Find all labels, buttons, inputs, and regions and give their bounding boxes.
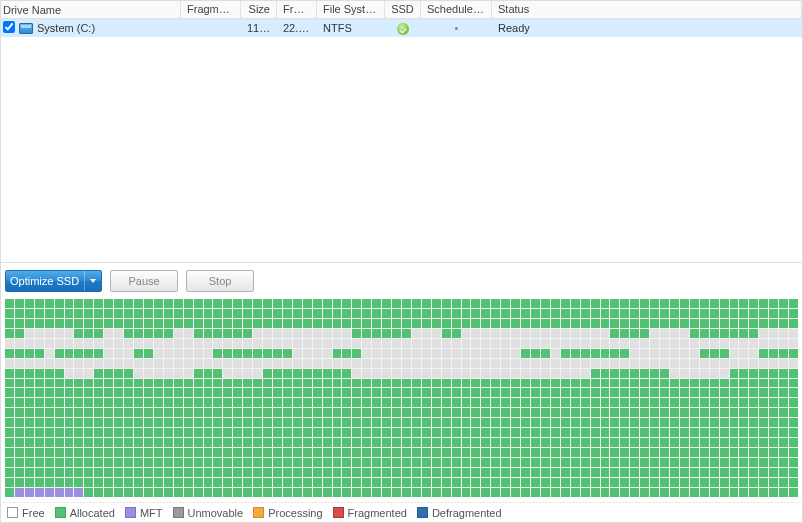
cluster-cell [114,299,123,308]
col-free-space[interactable]: Free S... [277,1,317,19]
cluster-cell [45,458,54,467]
cluster-cell [630,379,639,388]
cluster-cell [571,319,580,328]
cluster-cell [213,428,222,437]
cluster-cell [759,458,768,467]
cluster-cell [452,408,461,417]
cluster-cell [720,408,729,417]
cluster-cell [749,299,758,308]
cluster-cell [45,448,54,457]
cluster-cell [144,398,153,407]
cluster-cell [5,398,14,407]
drive-checkbox[interactable] [3,21,15,33]
cluster-cell [313,388,322,397]
cluster-cell [739,398,748,407]
cluster-cell [35,458,44,467]
cluster-cell [591,478,600,487]
col-file-system[interactable]: File System [317,1,385,19]
cluster-cell [303,329,312,338]
cluster-cell [313,438,322,447]
cluster-cell [164,408,173,417]
cluster-cell [730,428,739,437]
cluster-cell [104,309,113,318]
cluster-cell [213,299,222,308]
cluster-cell [769,309,778,318]
cluster-cell [154,488,163,497]
col-drive-name[interactable]: Drive Name [1,1,181,19]
cluster-cell [551,329,560,338]
cluster-cell [323,359,332,368]
cluster-cell [5,408,14,417]
col-status[interactable]: Status [492,1,802,19]
cluster-cell [591,329,600,338]
cluster-cell [680,458,689,467]
cluster-cell [521,359,530,368]
cluster-cell [432,379,441,388]
chevron-down-icon[interactable] [84,271,101,291]
cluster-cell [650,339,659,348]
cluster-cell [640,418,649,427]
cluster-cell [313,448,322,457]
cluster-cell [293,369,302,378]
cluster-cell [223,379,232,388]
cluster-cell [491,319,500,328]
cluster-cell [45,309,54,318]
optimize-ssd-button[interactable]: Optimize SSD [5,270,102,292]
col-size[interactable]: Size [241,1,277,19]
pause-button[interactable]: Pause [110,270,178,292]
cluster-cell [571,468,580,477]
cluster-cell [382,418,391,427]
cluster-cell [84,488,93,497]
cluster-cell [323,299,332,308]
cluster-cell [402,329,411,338]
cluster-cell [213,478,222,487]
cluster-cell [759,319,768,328]
cluster-cell [323,309,332,318]
cluster-cell [352,309,361,318]
cluster-cell [223,448,232,457]
cluster-cell [303,319,312,328]
cluster-cell [15,369,24,378]
cluster-cell [581,359,590,368]
cluster-cell [263,438,272,447]
cluster-cell [84,359,93,368]
table-row[interactable]: System (C:) 111.2... 22.17 ... NTFS • Re… [1,19,802,37]
swatch-free [7,507,18,518]
cluster-cell [55,408,64,417]
stop-button[interactable]: Stop [186,270,254,292]
cluster-cell [720,488,729,497]
cluster-cell [442,299,451,308]
col-ssd[interactable]: SSD [385,1,421,19]
cluster-cell [5,448,14,457]
cluster-cell [263,349,272,358]
cluster-cell [690,478,699,487]
cluster-cell [630,428,639,437]
col-scheduled[interactable]: Scheduled ... [421,1,492,19]
cluster-cell [392,478,401,487]
cluster-cell [283,398,292,407]
cluster-cell [283,428,292,437]
cluster-cell [769,458,778,467]
cluster-cell [94,488,103,497]
cluster-cell [511,349,520,358]
cluster-cell [412,428,421,437]
cluster-cell [521,418,530,427]
cluster-cell [491,488,500,497]
cluster-cell [571,458,580,467]
col-fragmented[interactable]: Fragmented [181,1,241,19]
cluster-cell [144,319,153,328]
cluster-cell [481,468,490,477]
drive-size: 111.2... [241,22,277,34]
cluster-cell [650,319,659,328]
cluster-cell [541,299,550,308]
cluster-cell [700,448,709,457]
cluster-cell [273,448,282,457]
cluster-cell [491,408,500,417]
cluster-cell [45,359,54,368]
cluster-cell [521,478,530,487]
cluster-cell [422,388,431,397]
cluster-cell [273,369,282,378]
cluster-cell [531,359,540,368]
cluster-cell [680,478,689,487]
cluster-cell [749,478,758,487]
